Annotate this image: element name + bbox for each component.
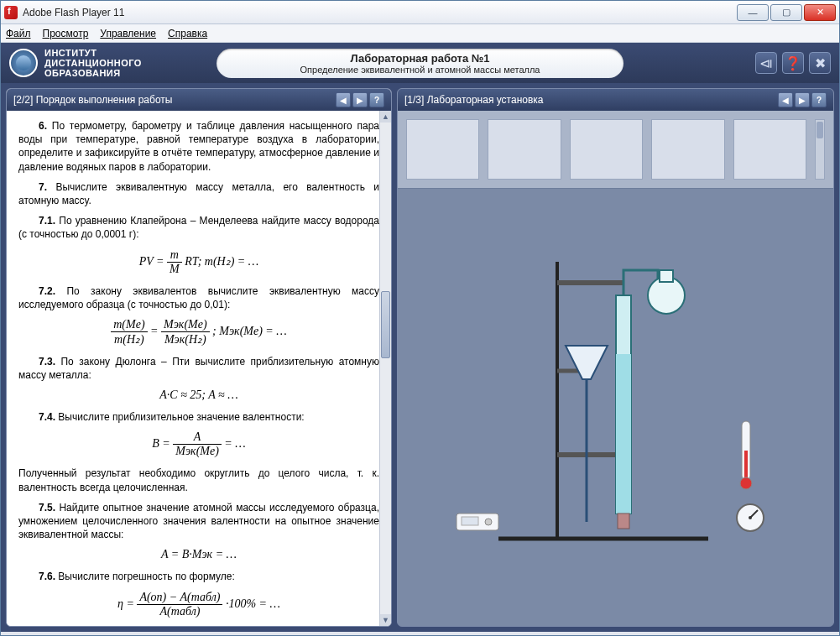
formula-7-6: η = A(оп) − A(табл)A(табл) ·100% = … bbox=[18, 591, 379, 618]
scroll-thumb[interactable] bbox=[381, 291, 390, 358]
exit-button[interactable]: ✖ bbox=[809, 52, 831, 74]
paragraph-7-2: 7.2. По закону эквивалентов вычислите эк… bbox=[18, 284, 379, 311]
svg-point-13 bbox=[485, 519, 492, 525]
svg-point-16 bbox=[740, 477, 752, 489]
menu-control[interactable]: Управление bbox=[100, 28, 156, 39]
maximize-button[interactable]: ▢ bbox=[770, 4, 802, 21]
apparatus-panel: [1/3] Лабораторная установка ◀ ▶ ? bbox=[397, 88, 834, 627]
thermometer-icon bbox=[740, 421, 752, 489]
apparatus-help-button[interactable]: ? bbox=[811, 92, 827, 107]
formula-7-4: B = AMэк(Me) = … bbox=[18, 430, 379, 458]
menu-view[interactable]: Просмотр bbox=[43, 28, 89, 39]
instructions-help-button[interactable]: ? bbox=[369, 92, 384, 107]
apparatus-svg bbox=[440, 203, 792, 555]
apparatus-prev-button[interactable]: ◀ bbox=[778, 92, 793, 107]
paragraph-7: 7. Вычислите эквивалентную массу металла… bbox=[18, 180, 379, 207]
thumbnail-2[interactable] bbox=[488, 119, 561, 180]
lab-subtitle: Определение эквивалентной и атомной масс… bbox=[300, 65, 540, 75]
formula-7-2: m(Me)m(H₂) = Mэк(Me)Mэк(H₂) ; Mэк(Me) = … bbox=[18, 318, 379, 347]
thumbnail-4[interactable] bbox=[651, 119, 724, 180]
prev-step-button[interactable]: ⧏ bbox=[755, 52, 777, 74]
formula-7-5: A = B·Mэк = … bbox=[18, 548, 379, 561]
apparatus-body bbox=[398, 111, 833, 626]
hint-button[interactable]: ❓ bbox=[782, 52, 804, 74]
title-bar: Adobe Flash Player 11 — ▢ ✕ bbox=[1, 1, 839, 24]
menu-bar: Файл Просмотр Управление Справка bbox=[1, 24, 839, 43]
thumbnail-5[interactable] bbox=[733, 119, 806, 180]
paragraph-7-4-note: Полученный результат необходимо округлит… bbox=[18, 467, 379, 493]
svg-rect-8 bbox=[660, 270, 673, 282]
instructions-next-button[interactable]: ▶ bbox=[352, 92, 368, 107]
thumbnail-scrollbar[interactable] bbox=[815, 119, 825, 180]
thumbnail-3[interactable] bbox=[570, 119, 643, 180]
apparatus-next-button[interactable]: ▶ bbox=[795, 92, 810, 107]
paragraph-7-5: 7.5. Найдите опытное значение атомной ма… bbox=[18, 501, 379, 542]
thumbnail-strip bbox=[398, 111, 833, 189]
instructions-title: [2/2] Порядок выполнения работы bbox=[13, 94, 334, 106]
menu-help[interactable]: Справка bbox=[168, 28, 207, 39]
lab-title-pill: Лабораторная работа №1 Определение эквив… bbox=[217, 49, 624, 78]
instructions-scrollbar[interactable]: ▲ ▼ bbox=[379, 111, 391, 626]
barometer-icon bbox=[737, 504, 764, 531]
menu-file[interactable]: Файл bbox=[6, 28, 31, 39]
scroll-down-icon[interactable]: ▼ bbox=[380, 614, 391, 626]
svg-rect-10 bbox=[618, 513, 629, 529]
scroll-up-icon[interactable]: ▲ bbox=[380, 111, 391, 123]
paragraph-6: 6. По термометру, барометру и таблице да… bbox=[18, 119, 379, 174]
instructions-header: [2/2] Порядок выполнения работы ◀ ▶ ? bbox=[7, 89, 391, 111]
svg-rect-6 bbox=[616, 354, 631, 513]
formula-7-1: PV = mM RT; m(H₂) = … bbox=[18, 248, 379, 276]
paragraph-7-6: 7.6. Вычислите погрешность по формуле: bbox=[18, 570, 379, 583]
svg-rect-15 bbox=[744, 451, 748, 480]
window-controls: — ▢ ✕ bbox=[737, 4, 836, 21]
logo-text: ИНСТИТУТ ДИСТАНЦИОННОГО ОБРАЗОВАНИЯ bbox=[44, 48, 142, 78]
lab-diagram bbox=[398, 195, 833, 626]
paragraph-7-3: 7.3. По закону Дюлонга – Пти вычислите п… bbox=[18, 355, 379, 382]
paragraph-7-1: 7.1. По уравнению Клапейрона – Менделеев… bbox=[18, 214, 379, 241]
apparatus-header: [1/3] Лабораторная установка ◀ ▶ ? bbox=[398, 89, 833, 111]
instructions-body: 6. По термометру, барометру и таблице да… bbox=[7, 111, 391, 626]
app-window: Adobe Flash Player 11 — ▢ ✕ Файл Просмот… bbox=[0, 0, 840, 636]
instructions-panel: [2/2] Порядок выполнения работы ◀ ▶ ? 6.… bbox=[6, 88, 392, 627]
institute-logo: ИНСТИТУТ ДИСТАНЦИОННОГО ОБРАЗОВАНИЯ bbox=[9, 48, 142, 78]
app-header: ИНСТИТУТ ДИСТАНЦИОННОГО ОБРАЗОВАНИЯ Лабо… bbox=[1, 43, 839, 83]
instructions-prev-button[interactable]: ◀ bbox=[336, 92, 351, 107]
thumbnail-1[interactable] bbox=[406, 119, 479, 180]
flash-player-icon bbox=[4, 6, 18, 19]
minimize-button[interactable]: — bbox=[737, 4, 769, 21]
svg-point-19 bbox=[749, 516, 752, 519]
close-button[interactable]: ✕ bbox=[804, 4, 836, 21]
lab-title: Лабораторная работа №1 bbox=[300, 52, 540, 65]
paragraph-7-4: 7.4. Вычислите приблизительное значение … bbox=[18, 410, 379, 424]
svg-rect-12 bbox=[462, 517, 478, 525]
content-area: [2/2] Порядок выполнения работы ◀ ▶ ? 6.… bbox=[1, 83, 839, 632]
header-toolbar: ⧏ ❓ ✖ bbox=[755, 52, 831, 74]
window-title: Adobe Flash Player 11 bbox=[23, 7, 737, 18]
status-bar bbox=[1, 632, 839, 635]
globe-icon bbox=[9, 49, 38, 77]
apparatus-title: [1/3] Лабораторная установка bbox=[404, 94, 776, 106]
scale-icon bbox=[457, 513, 498, 530]
formula-7-3: A·C ≈ 25; A ≈ … bbox=[18, 388, 379, 402]
